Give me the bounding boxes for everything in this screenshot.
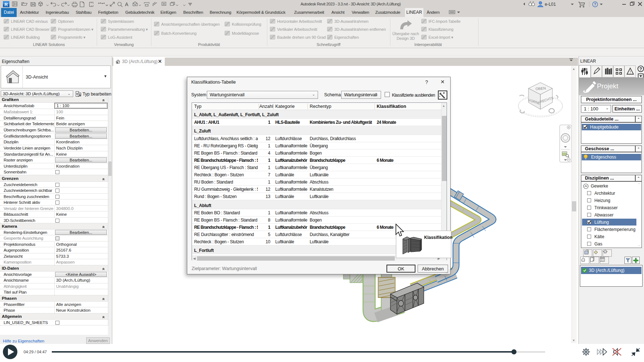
svg-text:04:29 / 04:47: 04:29 / 04:47 xyxy=(24,350,47,354)
svg-text:e-L01: e-L01 xyxy=(545,2,556,7)
svg-text:OBEN: OBEN xyxy=(535,86,546,91)
svg-text:A: A xyxy=(125,1,129,7)
svg-text:?: ? xyxy=(594,3,596,7)
svg-text:R: R xyxy=(4,2,8,7)
svg-text:Autodesk Revit 2023 - 3.3.rvt: Autodesk Revit 2023 - 3.3.rvt - 3D-Ansic… xyxy=(301,2,401,6)
svg-text:?: ? xyxy=(639,67,642,72)
svg-text:!: ! xyxy=(630,70,631,74)
